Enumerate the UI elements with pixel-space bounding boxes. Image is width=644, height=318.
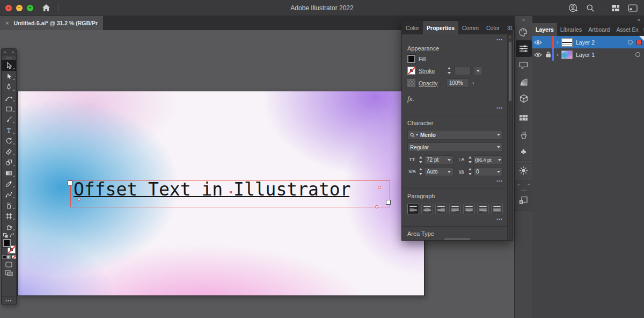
account-icon[interactable] <box>568 3 578 13</box>
comments-panel-icon[interactable] <box>515 57 532 74</box>
opacity-label[interactable]: Opacity <box>419 80 443 86</box>
tab-3d-materials[interactable]: 3D an <box>503 21 513 34</box>
leading-dropdown[interactable]: (86.4 pt <box>473 155 503 164</box>
properties-panel-icon[interactable] <box>516 40 532 57</box>
symbol-sprayer-tool[interactable] <box>2 200 16 211</box>
eyedropper-tool[interactable] <box>2 178 16 189</box>
rotate-tool[interactable] <box>2 135 16 146</box>
font-size-dropdown[interactable]: 72 pt <box>424 155 453 164</box>
gradient-panel-icon[interactable] <box>515 74 532 90</box>
paintbrush-tool[interactable] <box>2 114 16 125</box>
panel-menu-icon[interactable]: ••• <box>496 38 503 41</box>
justify-last-center-button[interactable] <box>463 204 475 214</box>
home-icon[interactable] <box>42 4 50 12</box>
blend-tool[interactable] <box>2 189 16 200</box>
minimize-window-button[interactable]: − <box>16 5 23 11</box>
font-size-stepper[interactable] <box>418 156 423 164</box>
hand-tool[interactable] <box>2 221 16 232</box>
align-left-button[interactable] <box>407 204 419 214</box>
anchor-point[interactable] <box>375 205 378 208</box>
close-panel-icon[interactable]: × <box>517 182 520 187</box>
font-style-dropdown[interactable]: Regular <box>407 142 503 152</box>
layer-name[interactable]: Layer 2 <box>576 39 628 46</box>
scroll-up-icon[interactable]: ^ <box>508 34 513 41</box>
opacity-expand-icon[interactable]: › <box>472 80 474 86</box>
tab-comments[interactable]: Comm <box>458 21 482 34</box>
eraser-tool[interactable] <box>2 146 16 157</box>
rectangle-tool[interactable] <box>2 103 16 114</box>
expand-layer-icon[interactable]: › <box>554 39 561 45</box>
color-panel-icon[interactable] <box>515 24 532 40</box>
shape-builder-tool[interactable] <box>2 157 16 168</box>
panel-drag-grip[interactable] <box>515 188 532 192</box>
layer-thumbnail[interactable] <box>561 38 573 47</box>
justify-last-left-button[interactable] <box>449 204 461 214</box>
scrollbar-thumb[interactable] <box>509 42 511 101</box>
3d-materials-panel-icon[interactable] <box>515 90 532 107</box>
gradient-mode-button[interactable] <box>7 255 11 259</box>
panel-scrollbar[interactable]: ^ <box>507 34 513 240</box>
tab-color[interactable]: Color <box>402 21 423 34</box>
tab-layers[interactable]: Layers <box>532 23 557 36</box>
target-circle-icon[interactable] <box>635 52 640 57</box>
justify-last-right-button[interactable] <box>477 204 489 214</box>
color-mode-button[interactable] <box>2 255 6 259</box>
visibility-eye-icon[interactable] <box>532 40 544 45</box>
lock-icon[interactable] <box>544 52 552 57</box>
export-panel-icon[interactable] <box>515 192 532 211</box>
stroke-label[interactable]: Stroke <box>419 68 443 74</box>
document-arrangement-icon[interactable] <box>628 4 638 12</box>
layer-row-layer-1[interactable]: › Layer 1 <box>532 48 644 61</box>
fill-swatch[interactable] <box>407 55 415 63</box>
screen-mode-button[interactable] <box>5 270 13 276</box>
visibility-eye-icon[interactable] <box>532 52 544 57</box>
layer-thumbnail[interactable] <box>561 50 573 59</box>
close-panel-icon[interactable]: × <box>4 50 6 55</box>
artboard-tool[interactable] <box>2 211 16 221</box>
stroke-weight-dropdown[interactable] <box>474 66 482 75</box>
appearance-panel-icon[interactable] <box>515 162 532 179</box>
character-more-icon[interactable]: ••• <box>496 179 503 183</box>
zoom-window-button[interactable]: + <box>27 5 33 11</box>
selection-handle-top-left[interactable] <box>68 180 72 185</box>
panel-drag-grip[interactable] <box>2 56 16 60</box>
anchor-point[interactable] <box>378 186 381 189</box>
anchor-point[interactable] <box>77 198 80 201</box>
expand-panel-icon[interactable]: » <box>528 182 530 187</box>
tracking-stepper[interactable] <box>467 168 472 176</box>
gradient-tool[interactable] <box>2 168 16 178</box>
justify-all-button[interactable] <box>491 204 503 214</box>
drawing-modes-button[interactable] <box>5 262 12 268</box>
search-icon[interactable] <box>586 4 595 12</box>
expand-panel-icon[interactable]: » <box>12 50 14 55</box>
layer-name[interactable]: Layer 1 <box>576 52 635 58</box>
leading-stepper[interactable] <box>467 156 472 164</box>
panel-resize-corner[interactable] <box>639 36 644 41</box>
tab-asset-export[interactable]: Asset Ex <box>613 23 639 36</box>
artboard[interactable]: Offset Text in Illustrator <box>18 91 424 295</box>
brushes-panel-icon[interactable] <box>515 126 532 143</box>
none-mode-button[interactable] <box>12 255 16 259</box>
workspace-switcher-icon[interactable] <box>611 4 620 12</box>
stroke-weight-stepper[interactable] <box>447 67 451 75</box>
target-circle-icon[interactable] <box>628 40 633 45</box>
expand-layer-icon[interactable]: › <box>554 52 561 57</box>
stroke-swatch[interactable] <box>407 67 415 75</box>
stroke-weight-field[interactable] <box>455 66 471 75</box>
layer-row-layer-2[interactable]: › Layer 2 <box>532 36 644 48</box>
collapse-dock-icon[interactable]: « <box>515 16 532 24</box>
collapse-dock-icon[interactable]: » <box>532 16 644 23</box>
tab-color-guide[interactable]: Color <box>482 21 503 34</box>
opacity-swatch[interactable] <box>407 79 415 87</box>
tab-libraries[interactable]: Libraries <box>557 23 585 36</box>
swap-fill-stroke-icon[interactable] <box>10 233 14 238</box>
document-tab[interactable]: × Untitled-5.ai* @ 31.2 % (RGB/Preview) <box>0 16 103 30</box>
selection-handle-bottom-right[interactable] <box>386 200 391 205</box>
close-window-button[interactable] <box>5 5 12 11</box>
close-document-icon[interactable]: × <box>5 20 9 26</box>
pen-tool[interactable] <box>2 82 16 92</box>
swatches-panel-icon[interactable] <box>515 110 532 126</box>
symbols-panel-icon[interactable]: ♣ <box>515 143 532 160</box>
kerning-dropdown[interactable]: Auto <box>424 167 453 176</box>
tab-artboards[interactable]: Artboard <box>585 23 613 36</box>
